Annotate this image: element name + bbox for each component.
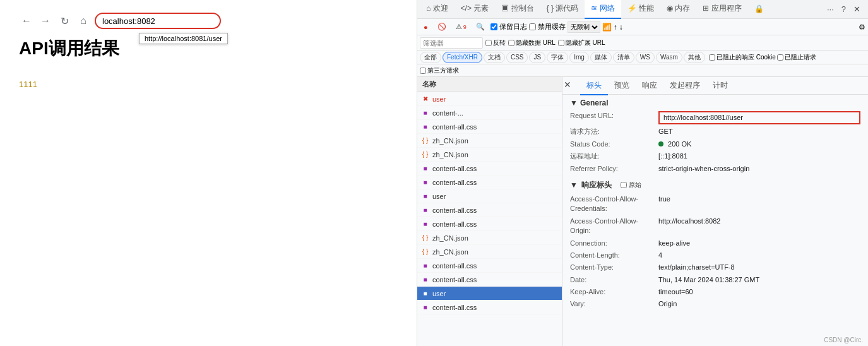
- reverse-checkbox[interactable]: [485, 40, 492, 46]
- browser-nav: ← → ↻ ⌂ localhost:8082: [19, 13, 398, 29]
- filter-input[interactable]: [420, 37, 483, 49]
- hide-data-urls-checkbox[interactable]: [508, 40, 514, 46]
- third-party-checkbox[interactable]: [420, 68, 426, 74]
- filter-chips-row: 全部 Fetch/XHR 文档 CSS JS 字体 Img 媒体 清单 WS W…: [417, 51, 868, 64]
- address-bar[interactable]: localhost:8082: [95, 13, 221, 29]
- search-button[interactable]: 🔍: [472, 21, 489, 33]
- preserve-log-input[interactable]: [490, 23, 497, 30]
- item-name: content-all.css: [432, 220, 558, 228]
- list-item[interactable]: ■ content-all.css: [417, 176, 562, 189]
- list-item[interactable]: ■ content-all.css: [417, 273, 562, 287]
- tab-elements[interactable]: </> 元素: [455, 0, 496, 19]
- tab-console[interactable]: ▣ 控制台: [495, 0, 540, 19]
- forward-button[interactable]: →: [38, 13, 53, 28]
- alert-button[interactable]: ⚠9: [452, 21, 470, 33]
- chip-wasm[interactable]: Wasm: [656, 52, 682, 63]
- chip-doc[interactable]: 文档: [484, 52, 505, 63]
- remote-address-row: 远程地址: [::1]:8081: [570, 150, 860, 162]
- detail-close-button[interactable]: ✕: [564, 80, 571, 90]
- json-icon: { }: [421, 234, 429, 242]
- css-icon: ■: [421, 206, 429, 214]
- chip-js[interactable]: JS: [529, 52, 545, 63]
- throttle-select[interactable]: 无限制: [568, 21, 600, 33]
- chip-css[interactable]: CSS: [506, 52, 528, 63]
- list-item[interactable]: ■ content-all.css: [417, 259, 562, 273]
- tab-performance[interactable]: ⚡ 性能: [621, 0, 660, 19]
- clear-button[interactable]: 🚫: [434, 21, 450, 33]
- raw-checkbox[interactable]: 原始: [621, 181, 641, 189]
- blocked-requests-checkbox[interactable]: [777, 54, 783, 61]
- json-icon: { }: [421, 248, 429, 256]
- date-row: Date: Thu, 14 Mar 2024 01:38:27 GMT: [570, 274, 860, 286]
- tab-welcome[interactable]: ⌂ 欢迎: [420, 0, 455, 19]
- list-item-selected[interactable]: ■ user: [417, 287, 562, 301]
- list-item[interactable]: { } zh_CN.json: [417, 231, 562, 245]
- request-list-header: 名称: [417, 77, 562, 92]
- devtools-help-icon[interactable]: ?: [841, 4, 846, 14]
- chip-ws[interactable]: WS: [636, 52, 655, 63]
- list-item[interactable]: ✖ user: [417, 92, 562, 106]
- raw-checkbox-input[interactable]: [621, 182, 627, 188]
- devtools-close-icon[interactable]: ✕: [853, 4, 860, 14]
- disable-cache-input[interactable]: [529, 23, 536, 30]
- network-body: 名称 ✖ user ■ content-... ■ content: [417, 77, 868, 346]
- list-item[interactable]: ■ content-all.css: [417, 217, 562, 231]
- item-name: zh_CN.json: [432, 151, 558, 158]
- blocked-cookies-label[interactable]: 已阻止的响应 Cookie: [709, 53, 776, 62]
- tab-timing[interactable]: 计时: [706, 78, 734, 95]
- footer: CSDN @Circ.: [824, 337, 863, 343]
- css-icon: ■: [421, 109, 429, 117]
- item-name: content-all.css: [432, 262, 558, 270]
- item-name: content-...: [432, 109, 558, 117]
- list-item[interactable]: ■ user: [417, 189, 562, 203]
- chip-other[interactable]: 其他: [684, 52, 705, 63]
- list-item[interactable]: ■ content-all.css: [417, 162, 562, 176]
- tab-application[interactable]: ⊞ 应用程序: [696, 0, 747, 19]
- refresh-button[interactable]: ↻: [57, 13, 72, 28]
- list-item[interactable]: { } zh_CN.json: [417, 148, 562, 162]
- third-party-label[interactable]: 第三方请求: [420, 66, 459, 75]
- chip-font[interactable]: 字体: [547, 52, 568, 63]
- list-item[interactable]: ■ content-...: [417, 106, 562, 120]
- list-item[interactable]: { } zh_CN.json: [417, 134, 562, 148]
- list-item[interactable]: ■ content-all.css: [417, 301, 562, 314]
- chip-manifest[interactable]: 清单: [613, 52, 634, 63]
- devtools-top-tabs: ⌂ 欢迎 </> 元素 ▣ 控制台 { } 源代码 ≋ 网络 ⚡ 性能 ◉ 内存…: [417, 0, 868, 19]
- devtools-more-icon[interactable]: ···: [827, 4, 834, 14]
- chip-media[interactable]: 媒体: [590, 52, 612, 63]
- tab-security[interactable]: 🔒: [748, 0, 770, 19]
- third-party-row: 第三方请求: [417, 64, 868, 77]
- tab-initiator[interactable]: 发起程序: [663, 78, 706, 95]
- chip-fetch-xhr[interactable]: Fetch/XHR: [443, 52, 482, 63]
- json-icon: { }: [421, 136, 429, 145]
- css-icon: ■: [421, 261, 429, 270]
- tab-memory[interactable]: ◉ 内存: [660, 0, 696, 19]
- general-section-title: ▼ General: [570, 98, 860, 107]
- tab-sources[interactable]: { } 源代码: [540, 0, 585, 19]
- hide-data-urls-label[interactable]: 隐藏数据 URL: [508, 39, 556, 47]
- home-button[interactable]: ⌂: [76, 13, 91, 28]
- tab-preview[interactable]: 预览: [608, 78, 636, 95]
- back-button[interactable]: ←: [19, 13, 34, 28]
- blocked-cookies-checkbox[interactable]: [709, 54, 715, 61]
- blocked-requests-label[interactable]: 已阻止请求: [777, 53, 816, 62]
- devtools-right-actions: ··· ? ✕: [827, 4, 865, 14]
- list-item[interactable]: { } zh_CN.json: [417, 245, 562, 259]
- hide-ext-urls-label[interactable]: 隐藏扩展 URL: [558, 39, 605, 47]
- record-button[interactable]: ●: [420, 21, 432, 33]
- reverse-label[interactable]: 反转: [485, 39, 506, 47]
- disable-cache-checkbox[interactable]: 禁用缓存: [529, 22, 566, 32]
- chip-img[interactable]: Img: [569, 52, 589, 63]
- connection-row: Connection: keep-alive: [570, 237, 860, 249]
- tab-network[interactable]: ≋ 网络: [585, 0, 621, 19]
- settings-icon[interactable]: ⚙: [859, 23, 865, 32]
- list-item[interactable]: ■ content-all.css: [417, 120, 562, 134]
- hide-ext-urls-checkbox[interactable]: [558, 40, 564, 46]
- address-text: localhost:8082: [102, 16, 155, 26]
- list-item[interactable]: ■ content-all.css: [417, 203, 562, 217]
- tab-headers[interactable]: 标头: [580, 78, 608, 95]
- referrer-policy-row: Referrer Policy: strict-origin-when-cros…: [570, 163, 860, 175]
- tab-response[interactable]: 响应: [636, 78, 663, 95]
- chip-all[interactable]: 全部: [420, 52, 441, 63]
- preserve-log-checkbox[interactable]: 保留日志: [490, 22, 527, 32]
